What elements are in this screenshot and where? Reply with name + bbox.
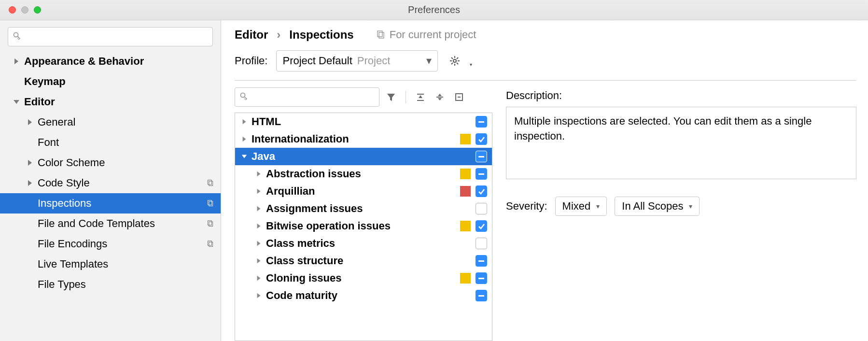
- disclosure-arrow-icon: [254, 241, 263, 246]
- inspection-item-class-structure[interactable]: Class structure: [235, 252, 492, 270]
- minimize-icon[interactable]: [21, 6, 28, 14]
- inspection-checkbox[interactable]: [476, 168, 487, 180]
- inspection-label: Class structure: [266, 255, 460, 267]
- sidebar-item-label: Code Style: [38, 177, 207, 189]
- maximize-icon[interactable]: [34, 6, 41, 14]
- inspection-checkbox[interactable]: [476, 238, 487, 249]
- sidebar-item-label: Keymap: [24, 75, 214, 88]
- disclosure-arrow-icon: [254, 206, 263, 212]
- window-controls: [9, 6, 41, 14]
- chevron-down-icon: ▾: [596, 202, 600, 210]
- divider: [235, 80, 856, 81]
- inspection-item-arquillian[interactable]: Arquillian: [235, 183, 492, 200]
- inspection-checkbox[interactable]: [476, 272, 487, 284]
- disclosure-arrow-icon: [254, 258, 263, 264]
- inspection-checkbox[interactable]: [476, 255, 487, 267]
- sidebar-item-code-style[interactable]: Code Style: [0, 173, 221, 193]
- inspection-label: Code maturity: [266, 289, 460, 302]
- disclosure-arrow-icon: [240, 136, 249, 142]
- expand-all-button[interactable]: [413, 89, 428, 105]
- sidebar-item-label: General: [38, 116, 214, 128]
- sidebar-item-label: Appearance & Behavior: [24, 55, 214, 68]
- inspection-checkbox[interactable]: [476, 290, 487, 301]
- severity-indicator: [460, 186, 471, 197]
- inspection-item-assignment-issues[interactable]: Assignment issues: [235, 200, 492, 217]
- inspection-label: Class metrics: [266, 237, 460, 250]
- search-icon: [240, 92, 248, 102]
- disclosure-arrow-icon: [254, 188, 263, 194]
- chevron-down-icon: ▾: [689, 202, 692, 210]
- inspection-checkbox[interactable]: [476, 185, 487, 197]
- inspection-item-class-metrics[interactable]: Class metrics: [235, 235, 492, 252]
- sidebar-item-live-templates[interactable]: Live Templates: [0, 254, 221, 274]
- breadcrumb: Editor › Inspections For current project: [235, 28, 856, 42]
- inspection-item-java[interactable]: Java: [235, 148, 492, 165]
- inspections-tree[interactable]: HTMLInternationalizationJavaAbstraction …: [235, 113, 492, 341]
- disclosure-arrow-icon: [254, 275, 263, 281]
- gear-icon: [449, 56, 460, 66]
- reset-button[interactable]: [451, 89, 467, 105]
- inspection-item-abstraction-issues[interactable]: Abstraction issues: [235, 165, 492, 183]
- severity-indicator: [460, 273, 471, 284]
- inspection-item-bitwise-operation-issues[interactable]: Bitwise operation issues: [235, 217, 492, 235]
- project-icon: [207, 177, 214, 189]
- scope-indicator: For current project: [377, 28, 476, 41]
- scope-select[interactable]: In All Scopes ▾: [615, 197, 700, 216]
- sidebar-item-file-types[interactable]: File Types: [0, 274, 221, 295]
- inspection-checkbox[interactable]: [476, 133, 487, 145]
- disclosure-arrow-icon: [254, 223, 263, 229]
- close-icon[interactable]: [9, 6, 16, 14]
- sidebar-search-input[interactable]: [8, 27, 213, 46]
- sidebar-item-file-encodings[interactable]: File Encodings: [0, 234, 221, 254]
- chevron-right-icon: ›: [277, 28, 280, 42]
- inspection-checkbox[interactable]: [476, 203, 487, 214]
- expand-icon: [416, 92, 425, 102]
- inspection-item-code-maturity[interactable]: Code maturity: [235, 287, 492, 304]
- sidebar: Appearance & BehaviorKeymapEditorGeneral…: [0, 20, 221, 341]
- inspection-item-internationalization[interactable]: Internationalization: [235, 130, 492, 148]
- filter-button[interactable]: [383, 89, 399, 105]
- profile-settings-button[interactable]: [447, 53, 463, 69]
- sidebar-item-label: Live Templates: [38, 258, 214, 270]
- inspections-search-input[interactable]: [235, 87, 379, 107]
- inspection-label: HTML: [252, 115, 460, 128]
- inspection-label: Bitwise operation issues: [266, 220, 460, 232]
- severity-select[interactable]: Mixed ▾: [555, 197, 607, 216]
- profile-label: Profile:: [235, 55, 267, 67]
- collapse-all-button[interactable]: [432, 89, 448, 105]
- project-icon: [377, 30, 386, 39]
- disclosure-arrow-icon: [26, 180, 34, 186]
- disclosure-arrow-icon: [13, 99, 20, 105]
- chevron-down-icon: ▾: [426, 55, 432, 67]
- window-title: Preferences: [408, 4, 460, 15]
- sidebar-item-label: Inspections: [38, 197, 207, 210]
- sidebar-item-label: File and Code Templates: [38, 217, 207, 230]
- sidebar-item-appearance-behavior[interactable]: Appearance & Behavior: [0, 51, 221, 71]
- inspection-label: Java: [252, 150, 460, 163]
- severity-indicator: [460, 221, 471, 231]
- sidebar-item-label: Color Scheme: [38, 156, 214, 169]
- sidebar-item-label: File Types: [38, 278, 214, 291]
- square-icon: [454, 92, 464, 102]
- sidebar-item-keymap[interactable]: Keymap: [0, 71, 221, 92]
- inspection-label: Arquillian: [266, 185, 460, 198]
- sidebar-item-color-scheme[interactable]: Color Scheme: [0, 153, 221, 173]
- breadcrumb-leaf: Inspections: [289, 28, 353, 42]
- sidebar-item-inspections[interactable]: Inspections: [0, 193, 221, 213]
- project-icon: [207, 217, 214, 230]
- profile-select[interactable]: Project Default Project ▾: [276, 50, 438, 71]
- breadcrumb-root[interactable]: Editor: [235, 28, 268, 42]
- inspection-item-html[interactable]: HTML: [235, 113, 492, 130]
- sidebar-item-file-and-code-templates[interactable]: File and Code Templates: [0, 213, 221, 234]
- inspection-item-cloning-issues[interactable]: Cloning issues: [235, 270, 492, 287]
- sidebar-item-general[interactable]: General: [0, 112, 221, 132]
- sidebar-item-font[interactable]: Font: [0, 132, 221, 153]
- severity-indicator: [460, 169, 471, 179]
- inspection-checkbox[interactable]: [476, 151, 487, 162]
- sidebar-item-label: Font: [38, 136, 214, 149]
- disclosure-arrow-icon: [26, 119, 34, 126]
- sidebar-item-editor[interactable]: Editor: [0, 92, 221, 112]
- inspection-checkbox[interactable]: [476, 220, 487, 232]
- collapse-icon: [435, 92, 445, 102]
- inspection-checkbox[interactable]: [476, 116, 487, 128]
